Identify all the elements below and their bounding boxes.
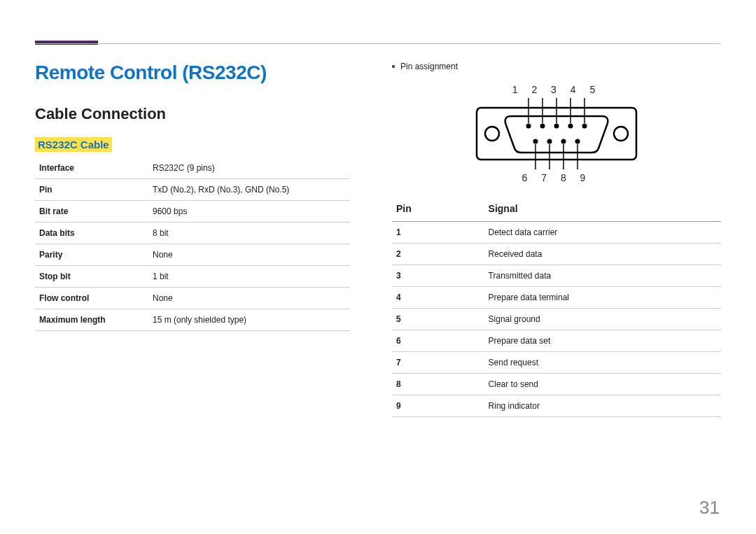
signal-pin: 4 <box>392 287 484 309</box>
table-row: Interface RS232C (9 pins) <box>35 157 350 179</box>
signal-pin: 6 <box>392 330 484 352</box>
pin-numbers-top: 1 2 3 4 5 <box>472 84 640 95</box>
table-row: 7 Send request <box>392 352 721 374</box>
signal-name: Signal ground <box>484 309 721 330</box>
signal-name: Received data <box>484 244 721 265</box>
table-row: Parity None <box>35 244 350 266</box>
table-header-row: Pin Signal <box>392 196 721 222</box>
right-column: Pin assignment 1 2 3 4 5 <box>378 62 721 417</box>
spec-value: TxD (No.2), RxD (No.3), GND (No.5) <box>148 179 350 201</box>
table-row: Pin TxD (No.2), RxD (No.3), GND (No.5) <box>35 179 350 201</box>
signal-name: Send request <box>484 352 721 374</box>
signal-pin: 8 <box>392 374 484 395</box>
pin-assignment-label-row: Pin assignment <box>392 62 721 71</box>
svg-point-8 <box>533 139 538 144</box>
spec-key: Stop bit <box>35 266 148 288</box>
table-row: Stop bit 1 bit <box>35 266 350 288</box>
spec-table: Interface RS232C (9 pins) Pin TxD (No.2)… <box>35 157 350 331</box>
spec-value: RS232C (9 pins) <box>148 157 350 179</box>
db9-connector-icon <box>472 95 640 172</box>
svg-point-4 <box>540 124 545 129</box>
cable-heading: RS232C Cable <box>35 137 112 152</box>
connector-diagram: 1 2 3 4 5 <box>472 84 640 183</box>
table-row: Maximum length 15 m (only shielded type) <box>35 309 350 331</box>
table-row: Data bits 8 bit <box>35 223 350 244</box>
pin-numbers-bottom: 6 7 8 9 <box>472 172 640 183</box>
page-title: Remote Control (RS232C) <box>35 62 350 84</box>
svg-point-10 <box>561 139 566 144</box>
signal-pin: 3 <box>392 265 484 287</box>
signal-pin: 2 <box>392 244 484 265</box>
spec-key: Pin <box>35 179 148 201</box>
table-row: 2 Received data <box>392 244 721 265</box>
svg-point-3 <box>526 124 531 129</box>
spec-value: 15 m (only shielded type) <box>148 309 350 331</box>
svg-point-2 <box>614 127 628 141</box>
spec-value: 9600 bps <box>148 201 350 223</box>
table-row: 1 Detect data carrier <box>392 222 721 244</box>
table-row: Flow control None <box>35 288 350 309</box>
signal-name: Clear to send <box>484 374 721 395</box>
section-heading: Cable Connection <box>35 105 350 123</box>
svg-point-1 <box>485 127 499 141</box>
svg-point-6 <box>568 124 573 129</box>
spec-value: 8 bit <box>148 223 350 244</box>
spec-key: Data bits <box>35 223 148 244</box>
signal-name: Ring indicator <box>484 395 721 417</box>
table-row: 3 Transmitted data <box>392 265 721 287</box>
svg-point-5 <box>554 124 559 129</box>
signal-name: Prepare data set <box>484 330 721 352</box>
table-row: 4 Prepare data terminal <box>392 287 721 309</box>
signal-name: Detect data carrier <box>484 222 721 244</box>
signal-head-pin: Pin <box>392 196 484 222</box>
spec-key: Parity <box>35 244 148 266</box>
table-row: 6 Prepare data set <box>392 330 721 352</box>
signal-table: Pin Signal 1 Detect data carrier 2 Recei… <box>392 196 721 417</box>
left-column: Remote Control (RS232C) Cable Connection… <box>35 62 378 417</box>
spec-key: Interface <box>35 157 148 179</box>
bullet-icon <box>392 65 395 68</box>
page-number: 31 <box>699 497 720 519</box>
svg-point-9 <box>547 139 552 144</box>
signal-pin: 5 <box>392 309 484 330</box>
spec-key: Flow control <box>35 288 148 309</box>
signal-pin: 1 <box>392 222 484 244</box>
spec-key: Maximum length <box>35 309 148 331</box>
spec-key: Bit rate <box>35 201 148 223</box>
spec-value: 1 bit <box>148 266 350 288</box>
top-horizontal-rule <box>35 43 721 44</box>
table-row: 9 Ring indicator <box>392 395 721 417</box>
spec-value: None <box>148 288 350 309</box>
svg-point-11 <box>575 139 580 144</box>
pin-assignment-label: Pin assignment <box>400 62 458 71</box>
signal-pin: 7 <box>392 352 484 374</box>
chapter-indicator-bar <box>35 41 98 45</box>
table-row: 5 Signal ground <box>392 309 721 330</box>
signal-name: Prepare data terminal <box>484 287 721 309</box>
signal-name: Transmitted data <box>484 265 721 287</box>
table-row: 8 Clear to send <box>392 374 721 395</box>
svg-point-7 <box>582 124 587 129</box>
signal-pin: 9 <box>392 395 484 417</box>
table-row: Bit rate 9600 bps <box>35 201 350 223</box>
spec-value: None <box>148 244 350 266</box>
page-content: Remote Control (RS232C) Cable Connection… <box>35 62 721 417</box>
signal-head-signal: Signal <box>484 196 721 222</box>
